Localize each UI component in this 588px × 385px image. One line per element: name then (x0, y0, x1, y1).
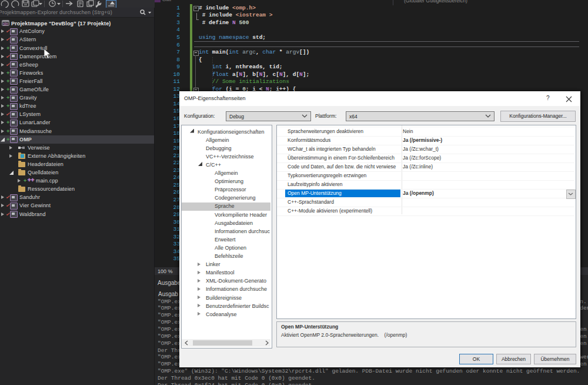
svg-text:sln: sln (3, 22, 8, 26)
